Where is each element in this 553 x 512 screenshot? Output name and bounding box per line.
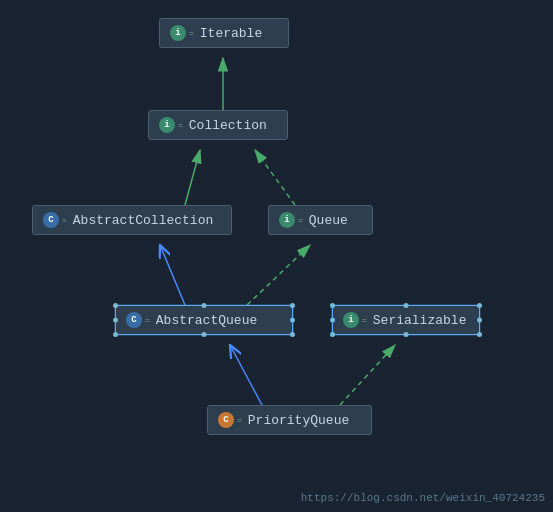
diagram-container: i = Iterable i = Collection C = Abstract… xyxy=(0,0,553,512)
node-queue[interactable]: i = Queue xyxy=(268,205,373,235)
label-queue: Queue xyxy=(309,213,348,228)
svg-line-7 xyxy=(230,345,262,405)
icon-queue: i xyxy=(279,212,295,228)
label-priorityqueue: PriorityQueue xyxy=(248,413,349,428)
svg-line-6 xyxy=(247,245,310,305)
node-abstractqueue[interactable]: C = AbstractQueue xyxy=(115,305,293,335)
svg-line-3 xyxy=(185,150,200,205)
icon-priorityqueue: C xyxy=(218,412,234,428)
label-abstractqueue: AbstractQueue xyxy=(156,313,257,328)
arrows-svg xyxy=(0,0,553,512)
node-collection[interactable]: i = Collection xyxy=(148,110,288,140)
label-collection: Collection xyxy=(189,118,267,133)
svg-line-8 xyxy=(340,345,395,405)
label-iterable: Iterable xyxy=(200,26,262,41)
icon-iterable: i xyxy=(170,25,186,41)
node-iterable[interactable]: i = Iterable xyxy=(159,18,289,48)
svg-line-5 xyxy=(160,245,185,305)
svg-line-4 xyxy=(255,150,295,205)
label-abstractcollection: AbstractCollection xyxy=(73,213,213,228)
icon-abstractqueue: C xyxy=(126,312,142,328)
icon-collection: i xyxy=(159,117,175,133)
icon-serializable: i xyxy=(343,312,359,328)
watermark: https://blog.csdn.net/weixin_40724235 xyxy=(301,492,545,504)
label-serializable: Serializable xyxy=(373,313,467,328)
node-serializable[interactable]: i = Serializable xyxy=(332,305,480,335)
icon-abstractcollection: C xyxy=(43,212,59,228)
node-abstractcollection[interactable]: C = AbstractCollection xyxy=(32,205,232,235)
node-priorityqueue[interactable]: C = PriorityQueue xyxy=(207,405,372,435)
